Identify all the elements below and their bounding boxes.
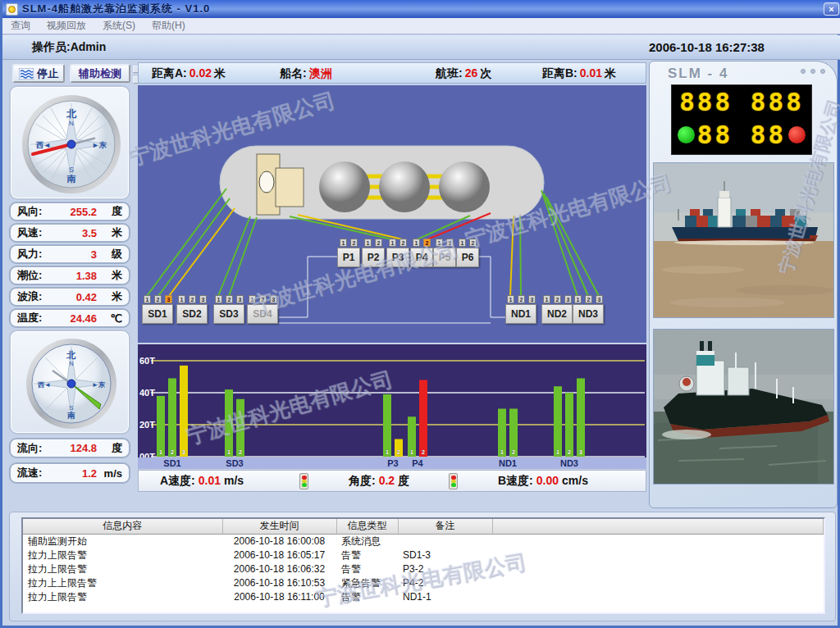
col-header-type[interactable]: 信息类型 xyxy=(336,519,398,534)
sensor-tab-P2-2: 2 xyxy=(375,239,382,247)
svg-text:1: 1 xyxy=(410,449,413,455)
table-row[interactable]: 拉力上限告警2006-10-18 16:06:32告警P3-2 xyxy=(23,562,824,576)
sensor-box-SD3: SD3 xyxy=(213,304,244,324)
message-table: 信息内容 发生时间 信息类型 备注 辅助监测开始2006-10-18 16:00… xyxy=(21,517,825,614)
svg-text:1: 1 xyxy=(227,449,231,455)
col-header-message[interactable]: 信息内容 xyxy=(23,519,222,534)
compass-north-label: 北 xyxy=(66,108,77,120)
led-row-bottom: 88 88 xyxy=(672,118,811,151)
table-row[interactable]: 拉力上限告警2006-10-18 16:11:00告警ND1-1 xyxy=(23,590,824,604)
sensor-tab-SD1-2: 2 xyxy=(154,295,162,303)
close-icon[interactable]: × xyxy=(824,2,839,16)
sensor-box-P4: P4 xyxy=(410,248,433,267)
table-row[interactable]: 拉力上限告警2006-10-18 16:05:17告警SD1-3 xyxy=(23,548,824,562)
slm-panel-title: SLM - 4 xyxy=(668,66,728,82)
app-window: SLM-4船舶激光靠泊监测系统 - V1.0 × 查询 视频回放 系统(S) 帮… xyxy=(0,0,840,628)
panel-dots xyxy=(801,69,825,74)
menu-item-query[interactable]: 查询 xyxy=(11,19,30,33)
sensor-tab-SD1-3: 3 xyxy=(165,295,172,303)
traffic-light-icon xyxy=(449,473,458,489)
col-header-time[interactable]: 发生时间 xyxy=(222,519,336,534)
menu-item-help[interactable]: 帮助(H) xyxy=(152,19,185,33)
svg-text:2: 2 xyxy=(512,449,515,455)
waves-icon xyxy=(19,68,34,80)
led-green-lamp xyxy=(678,126,695,143)
sensor-tab-SD4-1: 1 xyxy=(249,295,256,303)
svg-text:西◄: 西◄ xyxy=(38,381,51,389)
sensor-tab-P4-2: 2 xyxy=(423,239,431,247)
sensor-tab-P3-1: 1 xyxy=(389,239,396,247)
sensor-tab-ND1-1: 1 xyxy=(507,295,514,303)
wind-direction-readout: 风向:255.2度 xyxy=(9,202,130,221)
voyage-field: 航班:26次 xyxy=(436,66,491,81)
svg-text:2: 2 xyxy=(239,449,242,455)
sensor-box-P6: P6 xyxy=(456,248,479,267)
stop-button-label: 停止 xyxy=(37,66,58,81)
tide-level-readout: 潮位:1.38米 xyxy=(9,266,130,285)
ship-name-field: 船名:澳洲 xyxy=(280,66,335,81)
menu-item-system[interactable]: 系统(S) xyxy=(103,19,135,33)
mooring-line-p3-1 xyxy=(290,216,392,239)
sensor-tab-SD2-2: 2 xyxy=(189,295,196,303)
svg-text:2: 2 xyxy=(422,449,425,455)
b-speed-readout: B速度:0.00cm/s xyxy=(498,474,588,489)
aux-detect-label: 辅助检测 xyxy=(79,66,121,81)
ship-data-strip: 距离A:0.02米 船名:澳洲 航班:26次 距离B:0.01米 xyxy=(138,62,646,84)
camera-photo-container-ship xyxy=(653,162,834,318)
menu-bar: 查询 视频回放 系统(S) 帮助(H) xyxy=(2,18,840,34)
sensor-box-P3: P3 xyxy=(386,248,409,267)
ship-tank xyxy=(439,162,490,212)
datetime-display: 2006-10-18 16:27:38 xyxy=(649,40,765,54)
col-header-note[interactable]: 备注 xyxy=(398,519,492,534)
sensor-tab-SD3-2: 2 xyxy=(226,295,233,303)
angle-readout: 角度:0.2度 xyxy=(349,474,409,489)
sensor-box-P5: P5 xyxy=(433,248,456,267)
svg-text:P3: P3 xyxy=(387,458,398,468)
stop-button[interactable]: 停止 xyxy=(12,64,65,83)
wind-force-readout: 风力:3级 xyxy=(9,244,130,264)
sensor-tab-ND3-3: 3 xyxy=(596,295,603,303)
sensor-tab-P5-1: 1 xyxy=(436,239,443,247)
mooring-line-nd1-2 xyxy=(520,216,521,296)
led-row-top: 888 888 xyxy=(672,85,811,118)
svg-text:S: S xyxy=(69,166,74,174)
sensor-box-SD4: SD4 xyxy=(247,304,278,324)
window-title: SLM-4船舶激光靠泊监测系统 - V1.0 xyxy=(22,2,210,16)
sensor-tab-ND2-3: 3 xyxy=(564,295,572,303)
a-speed-readout: A速度:0.01m/s xyxy=(160,474,244,489)
sensor-box-ND2: ND2 xyxy=(541,304,573,324)
sensor-tab-ND1-2: 2 xyxy=(518,295,525,303)
svg-text:SD3: SD3 xyxy=(226,458,243,468)
sensor-tab-P2-1: 1 xyxy=(364,239,372,247)
svg-text:2: 2 xyxy=(171,449,174,455)
mooring-line-sd1-1 xyxy=(147,189,226,296)
sensor-tab-SD4-2: 2 xyxy=(259,295,267,303)
table-row[interactable]: 辅助监测开始2006-10-18 16:00:08系统消息 xyxy=(23,534,824,548)
sensor-tab-P5-2: 2 xyxy=(446,239,454,247)
operator-label: 操作员:Admin xyxy=(32,40,106,55)
sensor-tab-P3-2: 2 xyxy=(399,239,407,247)
table-row[interactable]: 拉力上上限告警2006-10-18 16:10:53紧急告警P4-2 xyxy=(23,576,824,590)
mooring-line-sd3-2 xyxy=(229,217,257,296)
current-compass-gauge: 北 N S 南 西◄ ►东 xyxy=(9,330,130,435)
svg-text:3: 3 xyxy=(182,449,185,455)
sensor-tab-P6-2: 2 xyxy=(469,239,477,247)
camera-photo-bulk-carrier xyxy=(653,329,834,485)
svg-text:N: N xyxy=(69,120,74,127)
mooring-line-nd3-2 xyxy=(544,193,588,296)
menu-item-video-playback[interactable]: 视频回放 xyxy=(47,19,86,33)
aux-detect-button[interactable]: 辅助检测 xyxy=(70,64,130,83)
tension-bar-chart: 60T40T20T00T123SD112SD312P312P412ND1123N… xyxy=(138,344,646,469)
svg-text:►东: ►东 xyxy=(92,380,105,389)
info-bar: 操作员:Admin 2006-10-18 16:27:38 xyxy=(2,35,840,60)
sensor-tab-SD2-1: 1 xyxy=(178,295,185,303)
svg-text:ND3: ND3 xyxy=(560,458,578,468)
routing-line xyxy=(479,257,505,317)
svg-text:北: 北 xyxy=(66,350,76,360)
svg-text:60T: 60T xyxy=(139,356,155,366)
compass-east-label: ►东 xyxy=(92,141,107,149)
sensor-tab-P1-2: 2 xyxy=(350,239,358,247)
ship-tank xyxy=(319,162,370,212)
sensor-tab-ND3-2: 2 xyxy=(585,295,592,303)
sensor-box-P1: P1 xyxy=(337,248,360,267)
